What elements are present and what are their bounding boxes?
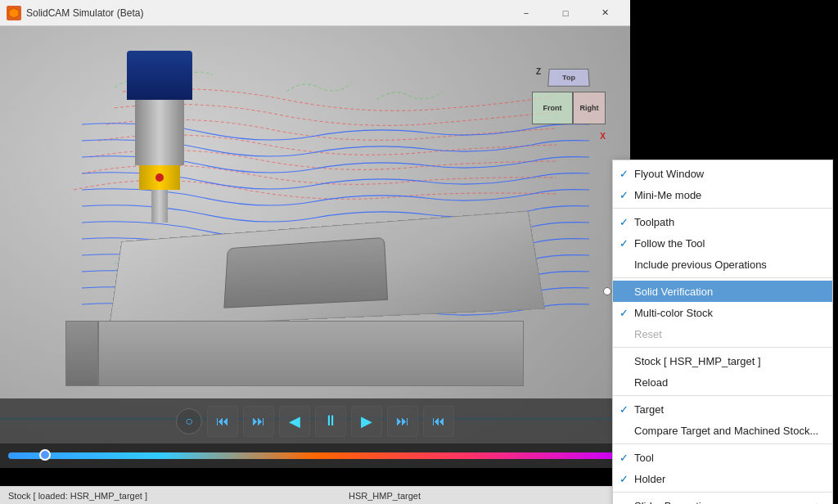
tool-body — [135, 100, 184, 165]
menu-label-holder: Holder — [634, 473, 822, 485]
status-stock: Stock [ loaded: HSR_HMP_target ] — [8, 491, 147, 501]
menu-label-flyout-window: Flyout Window — [634, 168, 822, 180]
skip-to-start-button[interactable]: ⏮ — [207, 406, 238, 437]
menu-item-multi-color[interactable]: ✓Multi-color Stock — [613, 302, 832, 323]
cube-top-face[interactable]: Top — [547, 69, 590, 87]
menu-item-mini-me[interactable]: ✓Mini-Me mode — [613, 184, 832, 205]
status-operation: HSR_HMP_target — [147, 491, 622, 501]
tool-tip — [151, 190, 168, 223]
minimize-button[interactable]: − — [507, 0, 545, 26]
menu-label-tool: Tool — [634, 452, 822, 464]
record-button[interactable]: ○ — [176, 408, 202, 434]
menu-item-toolpath[interactable]: ✓Toolpath — [613, 211, 832, 232]
menu-label-mini-me: Mini-Me mode — [634, 189, 822, 201]
stock-side-face — [65, 321, 98, 386]
menu-item-compare-target[interactable]: Compare Target and Machined Stock... — [613, 420, 832, 441]
menu-item-solid-verif[interactable]: Solid Verification — [613, 281, 832, 302]
cube-front-face[interactable]: Front — [532, 92, 573, 124]
tool-collet — [139, 165, 180, 190]
menu-check-tool: ✓ — [619, 452, 634, 464]
svg-marker-0 — [9, 8, 19, 18]
menu-separator — [613, 443, 832, 444]
menu-item-tool[interactable]: ✓Tool — [613, 447, 832, 468]
z-axis-label: Z — [536, 67, 541, 76]
menu-separator — [613, 347, 832, 348]
pause-button[interactable]: ⏸ — [315, 406, 346, 437]
x-axis-label: X — [600, 132, 606, 141]
menu-item-flyout-window[interactable]: ✓Flyout Window — [613, 163, 832, 184]
stock-front-face — [98, 321, 524, 386]
menu-check-flyout-window: ✓ — [619, 168, 634, 180]
menu-item-reload[interactable]: Reload — [613, 371, 832, 393]
navigation-cube[interactable]: Z Top Front Right X — [532, 67, 606, 141]
menu-label-multi-color: Multi-color Stock — [634, 307, 822, 319]
window-controls: − □ ✕ — [507, 0, 624, 26]
menu-check-mini-me: ✓ — [619, 189, 634, 201]
menu-item-target[interactable]: ✓Target — [613, 398, 832, 420]
viewport: Z Top Front Right X ○ ⏮ ⏭ ◀ ⏸ ▶ ⏭ ⏮ — [0, 26, 630, 468]
menu-check-follow-tool: ✓ — [619, 237, 634, 250]
titlebar: SolidCAM Simulator (Beta) − □ ✕ — [0, 0, 630, 26]
progress-track[interactable] — [8, 452, 622, 459]
menu-arrow-slider-bar: ▶ — [816, 502, 822, 505]
maximize-button[interactable]: □ — [547, 0, 584, 26]
play-back-button[interactable]: ◀ — [279, 406, 310, 437]
window-title: SolidCAM Simulator (Beta) — [26, 7, 507, 19]
menu-item-reset: Reset — [613, 323, 832, 344]
machined-cavity — [223, 237, 388, 308]
menu-label-stock-label: Stock [ HSR_HMP_target ] — [634, 355, 822, 367]
close-button[interactable]: ✕ — [586, 0, 624, 26]
menu-separator — [613, 395, 832, 396]
play-forward-button[interactable]: ▶ — [351, 406, 382, 437]
stock-top-face — [109, 210, 545, 328]
cube-right-face[interactable]: Right — [573, 92, 606, 124]
step-forward-button[interactable]: ⏭ — [387, 406, 418, 437]
menu-separator — [613, 208, 832, 209]
playback-controls: ○ ⏮ ⏭ ◀ ⏸ ▶ ⏭ ⏮ — [0, 398, 630, 443]
menu-check-toolpath: ✓ — [619, 216, 634, 228]
menu-label-slider-bar: Slider Bar options — [634, 500, 816, 505]
menu-check-multi-color: ✓ — [619, 307, 634, 319]
menu-item-follow-tool[interactable]: ✓Follow the Tool — [613, 232, 832, 254]
progress-area — [0, 443, 630, 468]
menu-label-toolpath: Toolpath — [634, 216, 822, 228]
menu-separator — [613, 492, 832, 493]
context-menu: ✓Flyout Window✓Mini-Me mode✓Toolpath✓Fol… — [612, 160, 833, 504]
menu-item-stock-label[interactable]: Stock [ HSR_HMP_target ] — [613, 350, 832, 371]
menu-label-follow-tool: Follow the Tool — [634, 237, 822, 250]
skip-to-end-button[interactable]: ⏮ — [423, 406, 454, 437]
menu-item-include-prev[interactable]: Include previous Operations — [613, 254, 832, 275]
menu-check-target: ✓ — [619, 403, 634, 416]
menu-label-target: Target — [634, 403, 822, 416]
menu-label-solid-verif: Solid Verification — [634, 286, 822, 298]
menu-item-holder[interactable]: ✓Holder — [613, 468, 832, 489]
statusbar: Stock [ loaded: HSR_HMP_target ] HSR_HMP… — [0, 486, 630, 504]
menu-separator — [613, 277, 832, 278]
stock-block — [65, 223, 524, 386]
tool-cap — [127, 51, 192, 100]
menu-check-holder: ✓ — [619, 473, 634, 485]
menu-label-reload: Reload — [634, 376, 822, 389]
app-icon — [7, 6, 21, 20]
menu-label-reset: Reset — [634, 328, 822, 340]
menu-label-include-prev: Include previous Operations — [634, 259, 822, 271]
progress-thumb[interactable] — [39, 449, 51, 461]
tool-assembly — [127, 51, 192, 223]
menu-label-compare-target: Compare Target and Machined Stock... — [634, 425, 822, 437]
menu-item-slider-bar[interactable]: Slider Bar options▶ — [613, 495, 832, 504]
cursor-indicator — [603, 287, 611, 295]
step-back-button[interactable]: ⏭ — [243, 406, 274, 437]
